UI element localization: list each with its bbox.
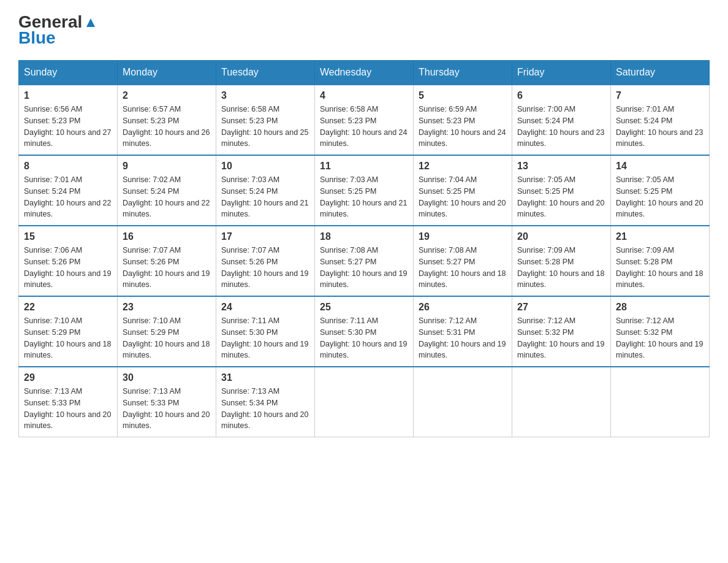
calendar-cell: 24Sunrise: 7:11 AMSunset: 5:30 PMDayligh… [216, 296, 315, 367]
calendar-cell: 14Sunrise: 7:05 AMSunset: 5:25 PMDayligh… [611, 155, 710, 226]
logo-triangle-icon [84, 16, 97, 29]
day-number: 22 [24, 302, 112, 313]
day-number: 17 [221, 231, 309, 242]
calendar-cell: 15Sunrise: 7:06 AMSunset: 5:26 PMDayligh… [19, 226, 118, 296]
day-number: 6 [517, 90, 605, 101]
calendar-cell: 12Sunrise: 7:04 AMSunset: 5:25 PMDayligh… [414, 155, 512, 226]
day-info: Sunrise: 7:06 AMSunset: 5:26 PMDaylight:… [24, 245, 112, 291]
calendar-cell: 8Sunrise: 7:01 AMSunset: 5:24 PMDaylight… [19, 155, 118, 226]
day-info: Sunrise: 7:00 AMSunset: 5:24 PMDaylight:… [517, 104, 605, 150]
calendar-cell: 25Sunrise: 7:11 AMSunset: 5:30 PMDayligh… [315, 296, 414, 367]
day-number: 26 [419, 302, 507, 313]
day-info: Sunrise: 7:05 AMSunset: 5:25 PMDaylight:… [616, 174, 704, 220]
calendar-cell: 21Sunrise: 7:09 AMSunset: 5:28 PMDayligh… [611, 226, 710, 296]
day-number: 7 [616, 90, 704, 101]
day-info: Sunrise: 7:09 AMSunset: 5:28 PMDaylight:… [517, 245, 605, 291]
calendar-cell: 19Sunrise: 7:08 AMSunset: 5:27 PMDayligh… [414, 226, 512, 296]
day-number: 13 [517, 161, 605, 172]
calendar-cell: 2Sunrise: 6:57 AMSunset: 5:23 PMDaylight… [118, 85, 216, 155]
calendar-cell: 3Sunrise: 6:58 AMSunset: 5:23 PMDaylight… [216, 85, 315, 155]
day-number: 23 [123, 302, 211, 313]
day-info: Sunrise: 7:12 AMSunset: 5:32 PMDaylight:… [517, 315, 605, 361]
calendar-cell: 20Sunrise: 7:09 AMSunset: 5:28 PMDayligh… [512, 226, 611, 296]
calendar-cell: 31Sunrise: 7:13 AMSunset: 5:34 PMDayligh… [216, 367, 315, 437]
day-info: Sunrise: 7:11 AMSunset: 5:30 PMDaylight:… [320, 315, 408, 361]
day-info: Sunrise: 7:13 AMSunset: 5:33 PMDaylight:… [24, 386, 112, 432]
day-info: Sunrise: 7:01 AMSunset: 5:24 PMDaylight:… [24, 174, 112, 220]
calendar-header-row: SundayMondayTuesdayWednesdayThursdayFrid… [19, 61, 710, 85]
col-header-wednesday: Wednesday [315, 61, 414, 85]
day-info: Sunrise: 7:13 AMSunset: 5:34 PMDaylight:… [221, 386, 309, 432]
calendar-cell [512, 367, 611, 437]
day-number: 29 [24, 372, 112, 383]
calendar-cell: 13Sunrise: 7:05 AMSunset: 5:25 PMDayligh… [512, 155, 611, 226]
day-info: Sunrise: 6:58 AMSunset: 5:23 PMDaylight:… [320, 104, 408, 150]
logo: General Blue [18, 12, 97, 48]
day-info: Sunrise: 7:12 AMSunset: 5:32 PMDaylight:… [616, 315, 704, 361]
day-number: 2 [123, 90, 211, 101]
day-info: Sunrise: 7:03 AMSunset: 5:25 PMDaylight:… [320, 174, 408, 220]
calendar-cell: 29Sunrise: 7:13 AMSunset: 5:33 PMDayligh… [19, 367, 118, 437]
calendar-cell: 30Sunrise: 7:13 AMSunset: 5:33 PMDayligh… [118, 367, 216, 437]
calendar-cell: 26Sunrise: 7:12 AMSunset: 5:31 PMDayligh… [414, 296, 512, 367]
col-header-friday: Friday [512, 61, 611, 85]
day-number: 18 [320, 231, 408, 242]
calendar-cell: 16Sunrise: 7:07 AMSunset: 5:26 PMDayligh… [118, 226, 216, 296]
day-info: Sunrise: 7:11 AMSunset: 5:30 PMDaylight:… [221, 315, 309, 361]
day-number: 1 [24, 90, 112, 101]
day-number: 5 [419, 90, 507, 101]
day-number: 21 [616, 231, 704, 242]
calendar-cell [414, 367, 512, 437]
day-info: Sunrise: 7:07 AMSunset: 5:26 PMDaylight:… [123, 245, 211, 291]
day-info: Sunrise: 6:56 AMSunset: 5:23 PMDaylight:… [24, 104, 112, 150]
calendar-cell: 1Sunrise: 6:56 AMSunset: 5:23 PMDaylight… [19, 85, 118, 155]
day-number: 25 [320, 302, 408, 313]
calendar-cell: 4Sunrise: 6:58 AMSunset: 5:23 PMDaylight… [315, 85, 414, 155]
calendar-cell: 5Sunrise: 6:59 AMSunset: 5:23 PMDaylight… [414, 85, 512, 155]
calendar-cell: 22Sunrise: 7:10 AMSunset: 5:29 PMDayligh… [19, 296, 118, 367]
calendar-cell: 9Sunrise: 7:02 AMSunset: 5:24 PMDaylight… [118, 155, 216, 226]
calendar-cell: 18Sunrise: 7:08 AMSunset: 5:27 PMDayligh… [315, 226, 414, 296]
day-info: Sunrise: 7:01 AMSunset: 5:24 PMDaylight:… [616, 104, 704, 150]
calendar-table: SundayMondayTuesdayWednesdayThursdayFrid… [18, 60, 710, 437]
day-number: 11 [320, 161, 408, 172]
logo-blue-text: Blue [18, 28, 56, 48]
col-header-monday: Monday [118, 61, 216, 85]
day-info: Sunrise: 7:10 AMSunset: 5:29 PMDaylight:… [24, 315, 112, 361]
day-number: 8 [24, 161, 112, 172]
day-info: Sunrise: 7:04 AMSunset: 5:25 PMDaylight:… [419, 174, 507, 220]
day-number: 14 [616, 161, 704, 172]
day-number: 30 [123, 372, 211, 383]
day-info: Sunrise: 7:13 AMSunset: 5:33 PMDaylight:… [123, 386, 211, 432]
day-number: 31 [221, 372, 309, 383]
day-number: 15 [24, 231, 112, 242]
calendar-cell: 28Sunrise: 7:12 AMSunset: 5:32 PMDayligh… [611, 296, 710, 367]
calendar-cell: 23Sunrise: 7:10 AMSunset: 5:29 PMDayligh… [118, 296, 216, 367]
calendar-week-row: 22Sunrise: 7:10 AMSunset: 5:29 PMDayligh… [19, 296, 710, 367]
day-number: 4 [320, 90, 408, 101]
day-number: 24 [221, 302, 309, 313]
day-number: 20 [517, 231, 605, 242]
calendar-cell: 11Sunrise: 7:03 AMSunset: 5:25 PMDayligh… [315, 155, 414, 226]
col-header-tuesday: Tuesday [216, 61, 315, 85]
calendar-week-row: 1Sunrise: 6:56 AMSunset: 5:23 PMDaylight… [19, 85, 710, 155]
day-number: 16 [123, 231, 211, 242]
day-number: 10 [221, 161, 309, 172]
day-info: Sunrise: 7:10 AMSunset: 5:29 PMDaylight:… [123, 315, 211, 361]
calendar-cell: 7Sunrise: 7:01 AMSunset: 5:24 PMDaylight… [611, 85, 710, 155]
day-info: Sunrise: 7:07 AMSunset: 5:26 PMDaylight:… [221, 245, 309, 291]
page-header: General Blue [18, 12, 710, 48]
day-number: 12 [419, 161, 507, 172]
calendar-week-row: 15Sunrise: 7:06 AMSunset: 5:26 PMDayligh… [19, 226, 710, 296]
day-number: 27 [517, 302, 605, 313]
day-info: Sunrise: 7:03 AMSunset: 5:24 PMDaylight:… [221, 174, 309, 220]
col-header-saturday: Saturday [611, 61, 710, 85]
day-info: Sunrise: 7:08 AMSunset: 5:27 PMDaylight:… [419, 245, 507, 291]
col-header-sunday: Sunday [19, 61, 118, 85]
col-header-thursday: Thursday [414, 61, 512, 85]
calendar-cell: 6Sunrise: 7:00 AMSunset: 5:24 PMDaylight… [512, 85, 611, 155]
day-info: Sunrise: 6:57 AMSunset: 5:23 PMDaylight:… [123, 104, 211, 150]
day-number: 3 [221, 90, 309, 101]
calendar-cell: 17Sunrise: 7:07 AMSunset: 5:26 PMDayligh… [216, 226, 315, 296]
calendar-cell [315, 367, 414, 437]
